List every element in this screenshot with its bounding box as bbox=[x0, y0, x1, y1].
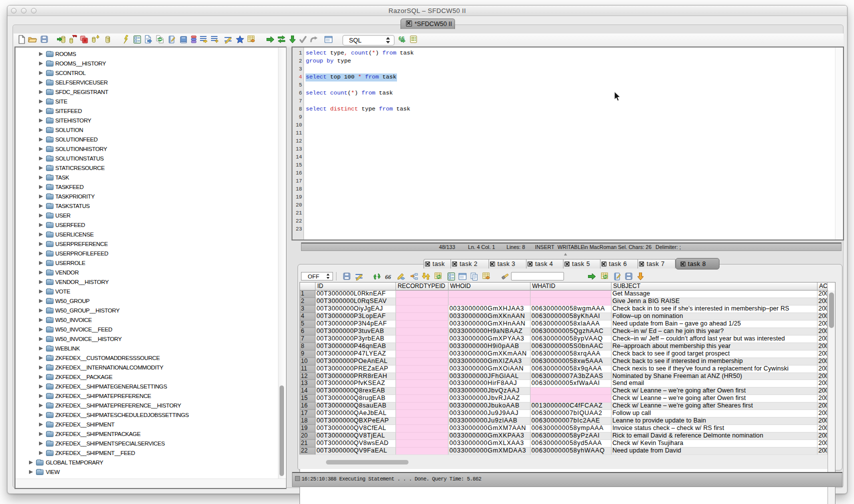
svg-text:66: 66 bbox=[385, 274, 391, 280]
